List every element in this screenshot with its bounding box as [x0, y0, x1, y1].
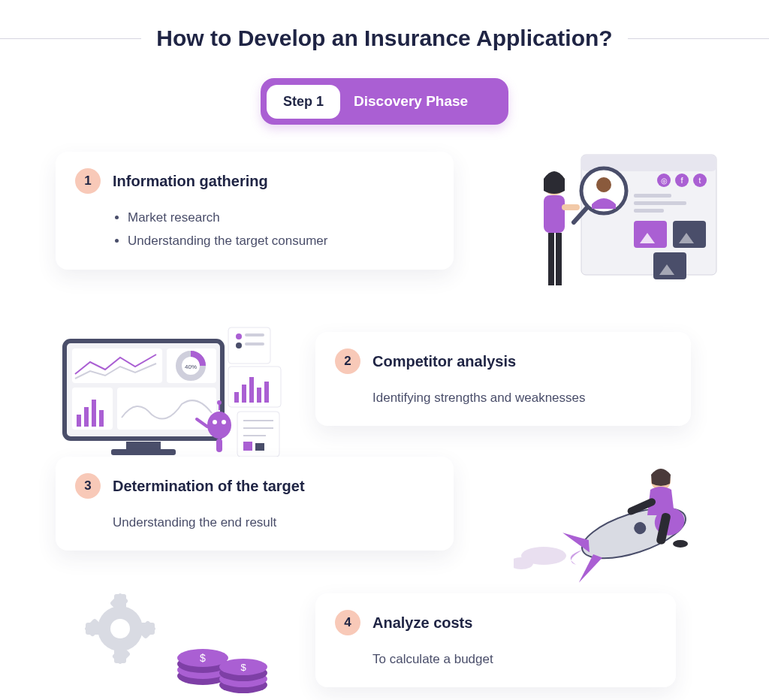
- svg-rect-36: [99, 410, 104, 427]
- card-body: Understanding the end result: [113, 511, 434, 534]
- svg-rect-13: [653, 252, 686, 279]
- card-header: 1 Information gathering: [75, 168, 434, 194]
- profile-research-icon: ◎ f t: [514, 147, 724, 297]
- svg-rect-12: [673, 221, 706, 248]
- card-title: Information gathering: [113, 173, 268, 190]
- card-body: To calculate a budget: [372, 647, 656, 671]
- svg-point-41: [236, 342, 242, 348]
- svg-rect-53: [243, 442, 252, 451]
- svg-rect-23: [556, 233, 562, 285]
- step-badge: Step 1 Discovery Phase: [261, 78, 508, 125]
- rocket-rider-icon: [514, 451, 724, 586]
- svg-rect-26: [126, 442, 161, 449]
- svg-text:t: t: [699, 177, 701, 185]
- bullet-item: Understanding the target consumer: [128, 229, 434, 252]
- analytics-dashboard-icon: 40%: [51, 321, 291, 472]
- divider-left: [0, 38, 141, 39]
- card-target-determination: 3 Determination of the target Understand…: [56, 457, 454, 551]
- svg-point-55: [207, 412, 231, 439]
- svg-text:$: $: [240, 662, 246, 673]
- svg-point-18: [596, 177, 611, 192]
- svg-rect-9: [634, 201, 686, 205]
- number-badge: 3: [75, 473, 101, 499]
- page-header: How to Develop an Insurance Application?: [0, 0, 769, 51]
- svg-rect-44: [234, 392, 239, 403]
- number-badge: 4: [335, 610, 360, 635]
- svg-point-56: [213, 420, 217, 424]
- svg-point-71: [673, 540, 688, 548]
- svg-rect-11: [634, 221, 667, 248]
- svg-rect-27: [111, 449, 176, 455]
- svg-text:40%: 40%: [185, 364, 197, 370]
- svg-rect-46: [249, 377, 254, 403]
- svg-rect-22: [548, 233, 554, 285]
- svg-rect-42: [245, 342, 264, 345]
- number-badge: 2: [335, 348, 360, 374]
- svg-rect-24: [562, 204, 580, 210]
- card-title: Determination of the target: [113, 478, 305, 495]
- svg-rect-40: [245, 333, 264, 336]
- svg-rect-34: [84, 407, 89, 427]
- card-information-gathering: 1 Information gathering Market research …: [56, 152, 454, 270]
- svg-point-81: [110, 619, 130, 638]
- card-title: Analyze costs: [372, 614, 472, 632]
- svg-rect-35: [92, 400, 96, 427]
- card-body: Market research Understanding the target…: [113, 206, 434, 253]
- svg-text:◎: ◎: [661, 177, 668, 185]
- page-title: How to Develop an Insurance Application?: [156, 26, 612, 51]
- card-header: 4 Analyze costs: [335, 610, 656, 635]
- svg-rect-54: [255, 443, 264, 451]
- gear-coins-icon: $ $: [75, 587, 285, 700]
- svg-rect-21: [544, 195, 565, 233]
- svg-rect-47: [257, 388, 261, 403]
- svg-point-60: [217, 400, 222, 405]
- svg-rect-45: [242, 385, 246, 403]
- svg-rect-10: [634, 209, 664, 213]
- card-header: 2 Competitor analysis: [335, 348, 671, 374]
- step-number: Step 1: [267, 85, 340, 119]
- number-badge: 1: [75, 168, 101, 194]
- divider-right: [628, 38, 769, 39]
- card-competitor-analysis: 2 Competitor analysis Identifying streng…: [315, 332, 691, 426]
- svg-text:$: $: [200, 652, 206, 664]
- content-stage: 1 Information gathering Market research …: [0, 152, 769, 692]
- card-title: Competitor analysis: [372, 353, 516, 370]
- svg-rect-58: [216, 439, 222, 452]
- svg-rect-33: [77, 415, 81, 427]
- card-header: 3 Determination of the target: [75, 473, 434, 499]
- svg-rect-8: [634, 194, 671, 198]
- card-body: Identifying strengths and weaknesses: [372, 386, 671, 409]
- bullet-item: Market research: [128, 206, 434, 229]
- svg-point-57: [222, 420, 226, 424]
- card-analyze-costs: 4 Analyze costs To calculate a budget: [315, 593, 676, 687]
- svg-rect-48: [264, 382, 269, 403]
- svg-point-39: [236, 333, 242, 339]
- step-title: Discovery Phase: [354, 93, 468, 110]
